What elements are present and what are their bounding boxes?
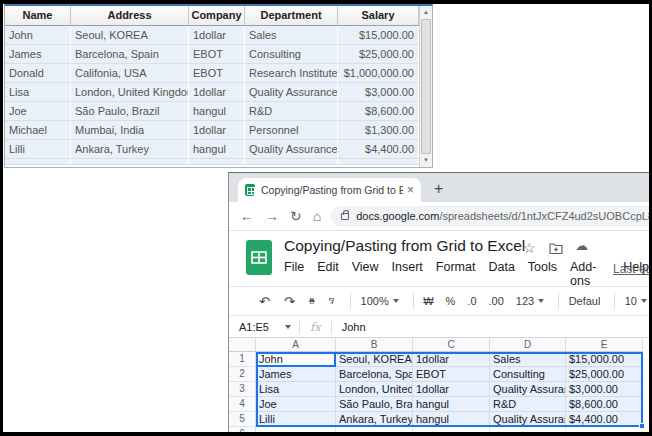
cell[interactable]: Ankara, Turkey [336, 412, 413, 427]
cell[interactable]: Joe [256, 397, 336, 412]
table-row[interactable]: James Barcelona, Spain EBOT Consulting $… [5, 45, 419, 64]
cell[interactable]: hangul [189, 159, 245, 165]
reload-icon[interactable]: ↻ [290, 209, 302, 223]
cell[interactable]: Research Institute [245, 64, 338, 83]
cell[interactable]: Quality Assurance [490, 412, 566, 427]
scrollbar-thumb[interactable] [421, 19, 431, 154]
select-all-corner[interactable] [229, 338, 256, 352]
cell[interactable]: Consulting [245, 45, 338, 64]
cell[interactable]: 1dollar [189, 121, 245, 140]
cell[interactable]: $15,000.00 [566, 352, 643, 367]
table-row[interactable]: Donald Califonia, USA EBOT Research Inst… [5, 64, 419, 83]
header-cell[interactable]: Department [245, 6, 338, 26]
cell[interactable]: Michael [5, 121, 71, 140]
font-size-select[interactable]: 10 [625, 295, 637, 307]
cell[interactable]: Consulting [490, 367, 566, 382]
percent-format-button[interactable]: % [446, 295, 456, 307]
row-header[interactable]: 3 [229, 382, 256, 397]
cell[interactable]: Sales [245, 159, 338, 165]
cell[interactable]: EBOT [413, 367, 490, 382]
cell[interactable]: Lilli [5, 140, 71, 159]
cell[interactable]: Mumbai, India [71, 121, 189, 140]
cell[interactable]: Lisa [5, 83, 71, 102]
header-cell[interactable]: Name [5, 6, 71, 26]
redo-icon[interactable]: ↷ [284, 295, 295, 308]
cell[interactable]: Califonia, USA [71, 64, 189, 83]
menu-format[interactable]: Format [436, 260, 476, 288]
cell[interactable] [490, 427, 566, 432]
paint-format-icon[interactable] [329, 295, 334, 307]
cell[interactable]: EBOT [189, 45, 245, 64]
last-edit-link[interactable]: Last ed [613, 262, 649, 276]
cell[interactable]: Barcelona, Spain [71, 45, 189, 64]
back-icon[interactable]: ← [240, 209, 254, 223]
cell[interactable]: London, United Kingdom [336, 382, 413, 397]
row-header[interactable]: 1 [229, 352, 256, 367]
menu-view[interactable]: View [352, 260, 379, 288]
formula-input[interactable]: John [342, 321, 366, 333]
cell[interactable]: Quality Assurance [490, 382, 566, 397]
cell[interactable]: Donald [5, 64, 71, 83]
table-row[interactable]: Michael Mumbai, India 1dollar Personnel … [5, 121, 419, 140]
increase-decimal-button[interactable]: .00 [489, 295, 504, 307]
cell[interactable]: hangul [413, 397, 490, 412]
row-header[interactable]: 2 [229, 367, 256, 382]
currency-format-button[interactable]: ₩ [423, 295, 433, 307]
cell[interactable]: Celine [5, 159, 71, 165]
scroll-down-icon[interactable]: ▼ [420, 154, 432, 167]
cell[interactable]: hangul [189, 102, 245, 121]
more-formats-button[interactable]: 123 [516, 295, 544, 307]
cell[interactable]: Joe [5, 102, 71, 121]
row-header[interactable]: 5 [229, 412, 256, 427]
cell[interactable]: $1,000,000.00 [338, 64, 419, 83]
column-header[interactable]: B [336, 338, 413, 352]
cell[interactable]: Barcelona, Spain [336, 367, 413, 382]
browser-tab[interactable]: Copying/Pasting from Grid to E × [238, 178, 421, 202]
address-bar[interactable]: docs.google.com/spreadsheets/d/1ntJxCFZ4… [331, 206, 649, 227]
cell[interactable]: EBOT [189, 64, 245, 83]
row-header[interactable]: 4 [229, 397, 256, 412]
menu-add-ons[interactable]: Add-ons [570, 260, 610, 288]
cell[interactable] [256, 427, 336, 432]
column-header[interactable]: E [566, 338, 643, 352]
cell[interactable]: Sales [490, 352, 566, 367]
cell-a1[interactable]: John [256, 352, 336, 367]
cell[interactable]: John [5, 26, 71, 45]
menu-tools[interactable]: Tools [528, 260, 557, 288]
cell[interactable]: Personnel [245, 121, 338, 140]
move-folder-icon[interactable] [549, 243, 563, 254]
chevron-down-icon[interactable] [285, 325, 291, 329]
cell[interactable]: Lisa [256, 382, 336, 397]
cell[interactable]: $8,600.00 [338, 102, 419, 121]
cell[interactable]: $4,400.00 [566, 412, 643, 427]
new-tab-button[interactable]: + [434, 178, 443, 200]
cell[interactable]: 1dollar [189, 26, 245, 45]
cell[interactable] [413, 427, 490, 432]
cell[interactable]: $3,000.00 [566, 382, 643, 397]
star-icon[interactable]: ☆ [523, 240, 536, 256]
cell[interactable]: London, United Kingdom [71, 83, 189, 102]
cell[interactable] [566, 427, 643, 432]
cell[interactable]: $3,000.00 [338, 83, 419, 102]
cell[interactable]: Sales [245, 26, 338, 45]
cell[interactable]: 1dollar [413, 382, 490, 397]
vertical-scrollbar[interactable]: ▲ ▼ [419, 6, 432, 167]
cell[interactable]: James [5, 45, 71, 64]
menu-insert[interactable]: Insert [392, 260, 423, 288]
menu-edit[interactable]: Edit [317, 260, 339, 288]
column-header[interactable]: C [413, 338, 490, 352]
cell[interactable]: hangul [413, 412, 490, 427]
cloud-status-icon[interactable]: ☁ [575, 238, 588, 253]
cell[interactable]: $1,300.00 [338, 121, 419, 140]
chevron-down-icon[interactable] [641, 299, 647, 303]
cell[interactable]: Ankara, Turkey [71, 140, 189, 159]
page-title[interactable]: Copying/Pasting from Grid to Excel [284, 237, 525, 255]
cell[interactable]: $20,000.00 [338, 159, 419, 165]
header-cell[interactable]: Address [71, 6, 189, 26]
cell[interactable]: $25,000.00 [566, 367, 643, 382]
cell[interactable]: 1dollar [413, 352, 490, 367]
column-header[interactable]: D [490, 338, 566, 352]
column-header[interactable]: A [256, 338, 336, 352]
cell[interactable] [336, 427, 413, 432]
home-icon[interactable]: ⌂ [313, 209, 321, 223]
